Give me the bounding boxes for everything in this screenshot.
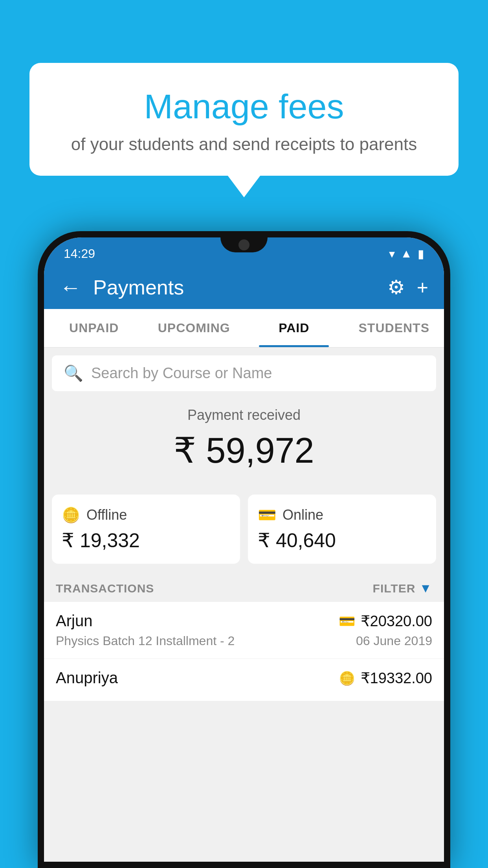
phone-frame: 14:29 ▾ ▲ ▮ ← Payments ⚙ + UNPAID UPCOMI… <box>38 231 450 868</box>
offline-card-header: 🪙 Offline <box>62 506 230 524</box>
tab-students[interactable]: STUDENTS <box>344 309 444 347</box>
speech-bubble-subtitle: of your students and send receipts to pa… <box>53 134 435 154</box>
filter-label: FILTER <box>373 582 416 595</box>
app-bar: ← Payments ⚙ + <box>44 266 444 309</box>
transaction-row-1: Arjun 💳 ₹20320.00 <box>56 612 432 630</box>
transaction-name-anupriya: Anupriya <box>56 669 118 687</box>
transaction-desc-arjun: Physics Batch 12 Installment - 2 <box>56 634 235 648</box>
payment-total: ₹ 59,972 <box>52 430 436 471</box>
payment-received-label: Payment received <box>52 407 436 423</box>
phone-screen: 14:29 ▾ ▲ ▮ ← Payments ⚙ + UNPAID UPCOMI… <box>44 237 444 862</box>
online-card-header: 💳 Online <box>258 506 426 524</box>
speech-bubble: Manage fees of your students and send re… <box>29 63 459 176</box>
content-area: 🔍 Search by Course or Name Payment recei… <box>44 348 444 862</box>
add-icon[interactable]: + <box>417 276 428 299</box>
battery-icon: ▮ <box>418 247 424 261</box>
payment-summary: Payment received ₹ 59,972 <box>44 391 444 495</box>
offline-label: Offline <box>86 507 127 523</box>
offline-card: 🪙 Offline ₹ 19,332 <box>52 495 240 564</box>
payment-cards: 🪙 Offline ₹ 19,332 💳 Online ₹ 40,640 <box>44 495 444 572</box>
tabs: UNPAID UPCOMING PAID STUDENTS <box>44 309 444 348</box>
offline-payment-icon: 🪙 <box>339 670 355 686</box>
transaction-amount-wrap-arjun: 💳 ₹20320.00 <box>339 612 433 630</box>
back-button[interactable]: ← <box>60 275 81 300</box>
transaction-amount-wrap-anupriya: 🪙 ₹19332.00 <box>339 669 433 687</box>
transaction-amount-arjun: ₹20320.00 <box>361 612 433 630</box>
phone-notch <box>220 237 268 252</box>
search-placeholder: Search by Course or Name <box>91 365 272 382</box>
app-bar-actions: ⚙ + <box>387 276 428 299</box>
signal-icon: ▲ <box>400 247 412 260</box>
transactions-label: TRANSACTIONS <box>56 582 154 595</box>
app-bar-title: Payments <box>93 276 376 299</box>
status-icons: ▾ ▲ ▮ <box>389 247 424 261</box>
transaction-row-2-arjun: Physics Batch 12 Installment - 2 06 June… <box>56 634 432 648</box>
transaction-item-arjun[interactable]: Arjun 💳 ₹20320.00 Physics Batch 12 Insta… <box>44 602 444 659</box>
settings-icon[interactable]: ⚙ <box>387 276 405 299</box>
online-label: Online <box>283 507 323 523</box>
transaction-date-arjun: 06 June 2019 <box>356 634 432 648</box>
tab-paid[interactable]: PAID <box>244 309 344 347</box>
online-icon: 💳 <box>258 506 276 524</box>
wifi-icon: ▾ <box>389 247 395 261</box>
status-time: 14:29 <box>64 246 95 261</box>
transaction-row-1-anupriya: Anupriya 🪙 ₹19332.00 <box>56 669 432 687</box>
transaction-name-arjun: Arjun <box>56 612 92 630</box>
online-amount: ₹ 40,640 <box>258 529 426 552</box>
filter-button[interactable]: FILTER ▼ <box>373 581 432 596</box>
filter-icon: ▼ <box>419 581 432 596</box>
offline-amount: ₹ 19,332 <box>62 529 230 552</box>
transaction-item-anupriya[interactable]: Anupriya 🪙 ₹19332.00 <box>44 659 444 701</box>
transactions-header: TRANSACTIONS FILTER ▼ <box>44 572 444 602</box>
online-card: 💳 Online ₹ 40,640 <box>248 495 436 564</box>
speech-bubble-title: Manage fees <box>53 86 435 127</box>
search-icon: 🔍 <box>64 364 83 383</box>
offline-icon: 🪙 <box>62 506 80 524</box>
search-bar[interactable]: 🔍 Search by Course or Name <box>52 355 436 391</box>
tab-unpaid[interactable]: UNPAID <box>44 309 144 347</box>
tab-upcoming[interactable]: UPCOMING <box>144 309 244 347</box>
transaction-amount-anupriya: ₹19332.00 <box>361 669 433 687</box>
online-payment-icon: 💳 <box>339 613 355 629</box>
